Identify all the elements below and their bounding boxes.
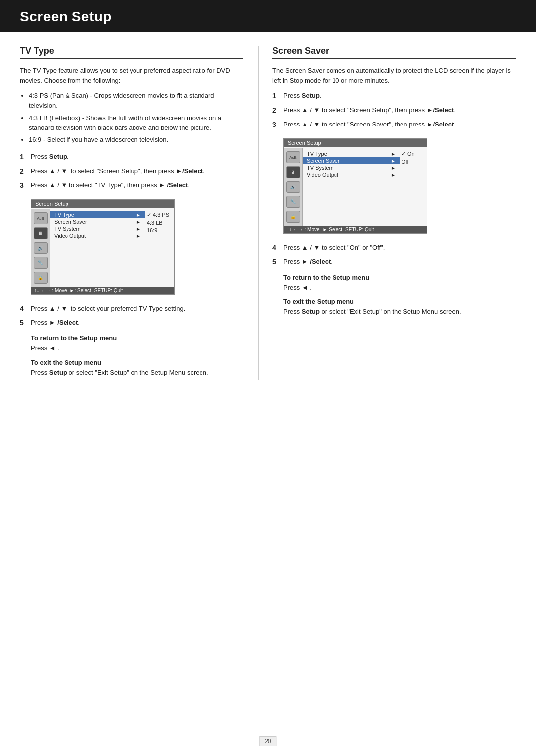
- menu-rows-right: TV Type ► Screen Saver ► TV System ► Vid…: [303, 148, 400, 226]
- option-43lb: 4:3 LB: [145, 219, 171, 226]
- icon-audio: 🔊: [34, 242, 48, 254]
- icon-audio-r: 🔊: [286, 181, 300, 193]
- icon-screen: 🖥: [34, 227, 48, 239]
- menu-bottom-bar-right: ↑↓ ←→ : Move ► Select SETUP: Quit: [284, 226, 427, 233]
- bullet-item: 16:9 - Select if you have a widescreen t…: [29, 135, 243, 145]
- exit-text-left: Press Setup or select "Exit Setup" on th…: [31, 368, 243, 378]
- screen-saver-menu-box: Screen Setup AcB 🖥 🔊 🔧 🔒 TV Type ► Scree…: [283, 138, 427, 234]
- page-title: Screen Setup: [20, 9, 516, 25]
- exit-title-right: To exit the Setup menu: [283, 298, 516, 305]
- bullet-item: 4:3 PS (Pan & Scan) - Crops widescreen m…: [29, 91, 243, 111]
- icon-language-r: AcB: [286, 151, 300, 163]
- exit-text-right: Press Setup or select "Exit Setup" on th…: [283, 307, 516, 316]
- return-text-left: Press ◄ .: [31, 343, 243, 353]
- option-169: 16:9: [145, 227, 171, 234]
- content-area: TV Type The TV Type feature allows you t…: [0, 46, 536, 380]
- menu-icons: AcB 🖥 🔊 🔧 🔒: [31, 209, 50, 287]
- bullet-item: 4:3 LB (Letterbox) - Shows the full widt…: [29, 113, 243, 133]
- exit-title-left: To exit the Setup menu: [31, 359, 243, 366]
- menu-row-tvtype: TV Type ►: [50, 211, 145, 218]
- page-header: Screen Setup: [0, 0, 536, 32]
- icon-parental: 🔒: [34, 272, 48, 284]
- step-2: 2 Press ▲ / ▼ to select "Screen Setup", …: [20, 166, 243, 177]
- page-number: 20: [259, 736, 276, 746]
- screen-saver-steps-cont: 4 Press ▲ / ▼ to select "On" or "Off". 5…: [272, 243, 516, 267]
- step-r5: 5 Press ► /Select.: [272, 257, 516, 268]
- screen-saver-title: Screen Saver: [272, 46, 516, 59]
- menu-row-tvtype-r: TV Type ►: [303, 150, 400, 157]
- tv-type-steps-cont: 4 Press ▲ / ▼ to select your preferred T…: [20, 304, 243, 328]
- return-to-setup-left: To return to the Setup menu Press ◄ .: [31, 334, 243, 353]
- exit-setup-right: To exit the Setup menu Press Setup or se…: [283, 298, 516, 316]
- return-title-left: To return to the Setup menu: [31, 334, 243, 342]
- icon-language: AcB: [34, 212, 48, 224]
- menu-row-screensaver-r: Screen Saver ►: [303, 157, 400, 164]
- menu-options-right: On Off: [400, 148, 427, 226]
- step-5: 5 Press ► /Select.: [20, 318, 243, 329]
- icon-screen-r: 🖥: [286, 166, 300, 178]
- menu-title: Screen Setup: [31, 200, 174, 208]
- option-off: Off: [400, 158, 424, 165]
- icon-setup: 🔧: [34, 257, 48, 269]
- tv-type-intro: The TV Type feature allows you to set yo…: [20, 66, 243, 86]
- return-text-right: Press ◄ .: [283, 283, 516, 293]
- step-r4: 4 Press ▲ / ▼ to select "On" or "Off".: [272, 243, 516, 253]
- tv-type-title: TV Type: [20, 46, 243, 59]
- icon-parental-r: 🔒: [286, 211, 300, 223]
- menu-bottom-bar: ↑↓ ←→ : Move ►: Select SETUP: Quit: [31, 287, 174, 294]
- menu-icons-right: AcB 🖥 🔊 🔧 🔒: [284, 148, 303, 226]
- menu-row-screensaver: Screen Saver ►: [50, 218, 145, 225]
- tv-type-bullets: 4:3 PS (Pan & Scan) - Crops widescreen m…: [29, 91, 243, 145]
- screen-saver-section: Screen Saver The Screen Saver comes on a…: [258, 46, 516, 380]
- icon-setup-r: 🔧: [286, 196, 300, 208]
- menu-row-tvsystem-r: TV System ►: [303, 164, 400, 171]
- menu-row-videooutput-r: Video Output ►: [303, 171, 400, 178]
- menu-row-tvsystem: TV System ►: [50, 225, 145, 232]
- step-4: 4 Press ▲ / ▼ to select your preferred T…: [20, 304, 243, 315]
- step-r3: 3 Press ▲ / ▼ to select "Screen Saver", …: [272, 120, 516, 130]
- return-title-right: To return to the Setup menu: [283, 274, 516, 281]
- screen-saver-steps: 1 Press Setup. 2 Press ▲ / ▼ to select "…: [272, 91, 516, 130]
- step-r1: 1 Press Setup.: [272, 91, 516, 102]
- menu-row-videooutput: Video Output ►: [50, 232, 145, 239]
- option-on: On: [400, 150, 424, 158]
- step-3: 3 Press ▲ / ▼ to select "TV Type", then …: [20, 180, 243, 191]
- menu-rows: TV Type ► Screen Saver ► TV System ► Vid…: [50, 209, 145, 287]
- tv-type-steps: 1 Press Setup. 2 Press ▲ / ▼ to select "…: [20, 152, 243, 191]
- menu-title-right: Screen Setup: [284, 139, 427, 147]
- tv-type-menu-box: Screen Setup AcB 🖥 🔊 🔧 🔒 TV Type ► Scree…: [31, 199, 175, 295]
- step-r2: 2 Press ▲ / ▼ to select "Screen Setup", …: [272, 105, 516, 116]
- tv-type-section: TV Type The TV Type feature allows you t…: [20, 46, 258, 380]
- menu-options: 4:3 PS 4:3 LB 16:9: [145, 209, 174, 287]
- screen-saver-intro: The Screen Saver comes on automatically …: [272, 66, 516, 86]
- exit-setup-left: To exit the Setup menu Press Setup or se…: [31, 359, 243, 378]
- option-43ps: 4:3 PS: [145, 211, 171, 219]
- return-to-setup-right: To return to the Setup menu Press ◄ .: [283, 274, 516, 293]
- step-1: 1 Press Setup.: [20, 152, 243, 163]
